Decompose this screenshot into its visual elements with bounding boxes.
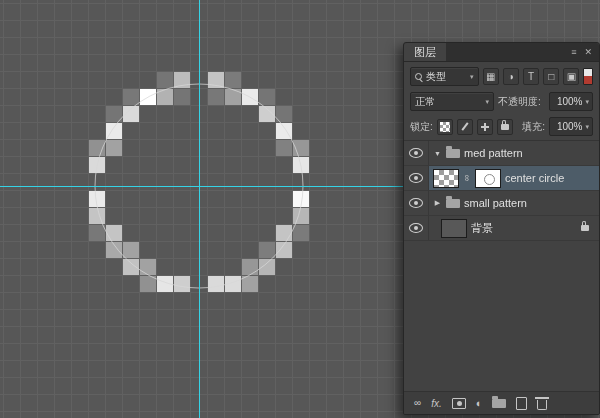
layer-name[interactable]: center circle (505, 172, 564, 184)
folder-icon (446, 149, 460, 158)
panel-menu-icon[interactable]: ≡ (571, 48, 576, 57)
transparency-icon (440, 122, 450, 132)
tab-layers[interactable]: 图层 (404, 43, 446, 61)
delete-layer-button[interactable] (537, 400, 547, 410)
filter-kind-dropdown[interactable]: 类型 ▾ (410, 67, 479, 86)
chevron-down-icon: ▾ (585, 123, 589, 131)
layer-list: ▼ med pattern ∞ center circle ▶ (404, 141, 599, 391)
chevron-down-icon: ▾ (585, 98, 589, 106)
visibility-toggle[interactable] (404, 216, 429, 240)
eye-icon (409, 173, 423, 183)
fill-label: 填充: (522, 120, 545, 134)
lock-icon (501, 124, 509, 130)
visibility-toggle[interactable] (404, 166, 429, 190)
new-layer-button[interactable] (516, 397, 527, 410)
panel-close-icon[interactable]: ✕ (584, 48, 592, 57)
disclosure-closed-icon[interactable]: ▶ (433, 199, 442, 207)
lock-label: 锁定: (410, 120, 433, 134)
blend-mode-value: 正常 (415, 95, 435, 109)
layer-name[interactable]: med pattern (464, 147, 523, 159)
blend-row: 正常 ▾ 不透明度: 100% ▾ (410, 92, 593, 111)
layer-row-med-pattern[interactable]: ▼ med pattern (404, 141, 599, 166)
filter-row: 类型 ▾ ▦ ◑ T □ ▣ (410, 67, 593, 86)
opacity-label: 不透明度: (498, 95, 541, 109)
layer-row-background[interactable]: 背景 (404, 216, 599, 241)
visibility-toggle[interactable] (404, 191, 429, 215)
layers-panel-title: 图层 (414, 45, 436, 60)
filter-shape-layers-button[interactable]: □ (543, 68, 559, 85)
layer-row-small-pattern[interactable]: ▶ small pattern (404, 191, 599, 216)
disclosure-open-icon[interactable]: ▼ (433, 150, 442, 157)
vector-mask-thumbnail[interactable] (475, 169, 501, 188)
move-icon (480, 122, 490, 132)
filter-switch-toggle[interactable] (583, 68, 593, 85)
type-icon: T (528, 72, 534, 82)
fill-value: 100% (557, 121, 583, 132)
filter-smart-objects-button[interactable]: ▣ (563, 68, 579, 85)
layer-row-center-circle[interactable]: ∞ center circle (404, 166, 599, 191)
brush-icon (460, 122, 470, 132)
lock-all-button[interactable] (497, 119, 513, 135)
mask-link-icon: ∞ (462, 174, 472, 182)
lock-position-button[interactable] (477, 119, 493, 135)
lock-transparency-button[interactable] (437, 119, 453, 135)
layer-thumbnail[interactable] (433, 169, 459, 188)
layer-name[interactable]: 背景 (471, 221, 493, 236)
layers-panel-options: 类型 ▾ ▦ ◑ T □ ▣ 正常 ▾ 不透明度: 100% ▾ (404, 62, 599, 141)
add-layer-mask-button[interactable] (452, 398, 466, 409)
filter-pixel-layers-button[interactable]: ▦ (483, 68, 499, 85)
opacity-value-box[interactable]: 100% ▾ (549, 92, 593, 111)
layers-panel-footer: ∞ fx. ◐ (404, 391, 599, 414)
filter-kind-label: 类型 (426, 70, 446, 84)
eye-icon (409, 198, 423, 208)
layers-panel: 图层 ≡ ✕ 类型 ▾ ▦ ◑ T □ ▣ (403, 42, 600, 415)
background-lock-icon (581, 225, 589, 231)
filter-adjustment-layers-button[interactable]: ◑ (503, 68, 519, 85)
visibility-toggle[interactable] (404, 141, 429, 165)
folder-icon (446, 199, 460, 208)
smart-object-icon: ▣ (567, 72, 576, 82)
new-group-button[interactable] (492, 399, 506, 408)
eye-icon (409, 148, 423, 158)
search-icon (415, 73, 422, 80)
adjustment-icon: ◑ (508, 72, 514, 82)
layer-name[interactable]: small pattern (464, 197, 527, 209)
blend-mode-dropdown[interactable]: 正常 ▾ (410, 92, 494, 111)
new-adjustment-layer-button[interactable]: ◐ (476, 398, 483, 409)
layer-style-button[interactable]: fx. (431, 398, 442, 409)
opacity-value: 100% (557, 96, 583, 107)
eye-icon (409, 223, 423, 233)
fill-value-box[interactable]: 100% ▾ (549, 117, 593, 136)
lock-row: 锁定: 填充: 100% ▾ (410, 117, 593, 136)
chevron-down-icon: ▾ (470, 73, 474, 81)
layer-thumbnail[interactable] (441, 219, 467, 238)
image-icon: ▦ (486, 72, 495, 82)
chevron-down-icon: ▾ (485, 98, 489, 106)
shape-icon: □ (548, 72, 554, 82)
link-layers-button[interactable]: ∞ (414, 398, 421, 408)
photoshop-workspace: 图层 ≡ ✕ 类型 ▾ ▦ ◑ T □ ▣ (0, 0, 600, 418)
layers-panel-titlebar: 图层 ≡ ✕ (404, 43, 599, 62)
filter-type-layers-button[interactable]: T (523, 68, 539, 85)
lock-pixels-button[interactable] (457, 119, 473, 135)
